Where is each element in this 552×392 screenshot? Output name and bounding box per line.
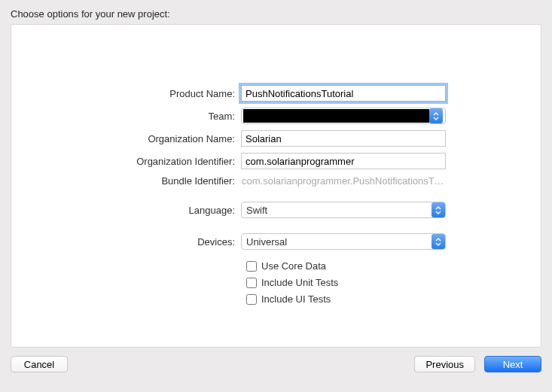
org-identifier-input[interactable]	[241, 153, 446, 169]
devices-value: Universal	[242, 236, 432, 248]
bundle-identifier-label: Bundle Identifier:	[11, 175, 241, 187]
previous-button[interactable]: Previous	[414, 356, 475, 372]
include-ui-tests-label: Include UI Tests	[261, 293, 331, 305]
use-core-data-label: Use Core Data	[261, 260, 326, 272]
language-label: Language:	[11, 205, 241, 216]
product-name-label: Product Name:	[11, 88, 241, 99]
language-value: Swift	[242, 205, 432, 216]
product-name-input[interactable]	[241, 85, 446, 102]
org-name-label: Organization Name:	[11, 133, 241, 144]
include-unit-tests-label: Include Unit Tests	[261, 277, 338, 288]
org-identifier-label: Organization Identifier:	[11, 156, 241, 167]
bundle-identifier-value: com.solarianprogrammer.PushNotifications…	[241, 175, 446, 187]
include-ui-tests-checkbox[interactable]	[246, 294, 257, 305]
form-panel: Product Name: Team: Organization Name: O…	[11, 24, 541, 348]
chevron-up-down-icon	[432, 234, 445, 249]
devices-select[interactable]: Universal	[241, 233, 446, 250]
button-bar: Cancel Previous Next	[0, 348, 552, 381]
team-label: Team:	[11, 111, 241, 122]
language-select[interactable]: Swift	[241, 202, 446, 218]
dialog-title: Choose options for your new project:	[0, 0, 552, 24]
include-unit-tests-checkbox[interactable]	[246, 278, 257, 288]
chevron-up-down-icon	[429, 108, 443, 123]
team-value-redacted	[243, 109, 429, 123]
devices-label: Devices:	[11, 236, 241, 248]
cancel-button[interactable]: Cancel	[11, 356, 68, 372]
next-button[interactable]: Next	[484, 356, 541, 372]
use-core-data-checkbox[interactable]	[246, 261, 257, 272]
team-select[interactable]	[241, 108, 446, 124]
chevron-up-down-icon	[432, 202, 445, 217]
org-name-input[interactable]	[241, 130, 446, 147]
